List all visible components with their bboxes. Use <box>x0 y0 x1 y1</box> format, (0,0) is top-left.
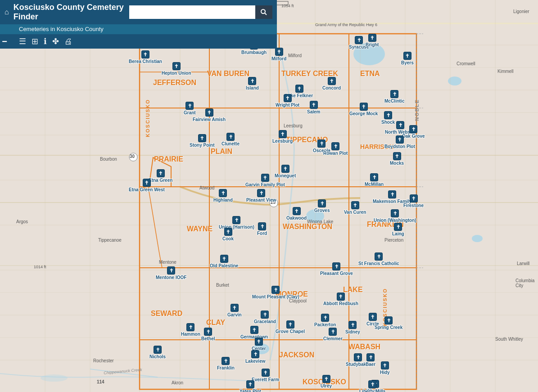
cemetery-baer[interactable]: ✝ Baer <box>366 353 375 367</box>
cemetery-hidy[interactable]: ✝ Hidy <box>380 361 390 375</box>
cemetery-berea-christian[interactable]: ✝ Berea Christian <box>129 50 162 64</box>
zoom-out-button[interactable]: − <box>0 37 9 46</box>
svg-point-50 <box>129 153 137 161</box>
svg-point-6 <box>41 374 68 382</box>
home-button[interactable]: ⌂ <box>5 8 9 16</box>
cemetery-lakeview[interactable]: ✝ Lakeview <box>245 350 265 364</box>
cemetery-mocks[interactable]: ✝ Mocks <box>390 152 404 166</box>
cemetery-groves[interactable]: ✝ Groves <box>314 199 330 213</box>
search-input[interactable] <box>129 5 255 19</box>
cemetery-garvin-family-plot[interactable]: ✝ Garvin Family Plot <box>245 174 285 187</box>
cemetery-graceland[interactable]: ✝ Graceland <box>254 311 276 324</box>
svg-line-53 <box>265 13 267 15</box>
svg-point-5 <box>472 235 483 242</box>
cemetery-ford[interactable]: ✝ Ford <box>257 222 267 236</box>
cemetery-island[interactable]: ✝ Island <box>246 77 259 90</box>
cemetery-concord[interactable]: ✝ Concord <box>322 77 341 90</box>
cemetery-milford[interactable]: ✝ Milford <box>271 48 286 61</box>
list-view-icon[interactable]: ☰ <box>19 36 26 46</box>
print-icon[interactable]: 🖨 <box>64 37 72 46</box>
cemetery-liberty-mills[interactable]: ✝ Liberty Mills <box>359 380 385 392</box>
cemetery-george-mock[interactable]: ✝ George Mock <box>349 103 378 116</box>
cemetery-grove-chapel[interactable]: ✝ Grove Chapel <box>276 320 305 334</box>
header-panel: ⌂ Kosciusko County Cemetery Finder Cemet… <box>0 0 277 49</box>
map-container: JEFFERSON VAN BUREN TURKEY CREEK ETNA PR… <box>0 0 538 392</box>
cemetery-clemmer[interactable]: ✝ Clemmer <box>323 328 343 341</box>
grid-view-icon[interactable]: ⊞ <box>32 36 38 46</box>
cemetery-hammon[interactable]: ✝ Hammon <box>181 323 200 337</box>
cemetery-st-francis[interactable]: ✝ St Francis Catholic <box>358 252 399 266</box>
cemetery-highland[interactable]: ✝ Highland <box>213 189 233 203</box>
subtitle: Cemeteries in Kosciusko County <box>19 26 104 32</box>
cemetery-clunette[interactable]: ✝ Clunette <box>222 133 240 146</box>
cemetery-fairview-amish[interactable]: ✝ Fairview Amish <box>193 108 226 122</box>
cemetery-bethel[interactable]: ✝ Bethel <box>201 328 215 341</box>
cemetery-mentone-ioof[interactable]: ✝ Mentone IOOF <box>156 266 186 280</box>
svg-point-52 <box>261 9 265 14</box>
app-title: Kosciusko County Cemetery Finder <box>14 3 125 22</box>
cemetery-mcclintic[interactable]: ✝ McClintic <box>384 90 404 104</box>
cemetery-laing[interactable]: ✝ Laing <box>392 223 404 236</box>
cemetery-yates-plot[interactable]: ✝ Yates Plot <box>240 380 261 392</box>
cemetery-firestone[interactable]: ✝ Firestone <box>403 194 424 208</box>
cemetery-bright[interactable]: ✝ Bright <box>366 34 379 47</box>
cemetery-spring-creek[interactable]: ✝ Spring Creek <box>375 316 402 330</box>
cemetery-union-washington[interactable]: ✝ Union (Washington) <box>374 209 416 223</box>
cemetery-pleasant-view[interactable]: ✝ Pleasant View <box>246 189 276 203</box>
cemetery-sidney[interactable]: ✝ Sidney <box>345 321 360 334</box>
cemetery-salem[interactable]: ✝ Salem <box>307 101 320 114</box>
cemetery-van-curen[interactable]: ✝ Van Curen <box>344 201 366 215</box>
cemetery-byers[interactable]: ✝ Byers <box>401 52 414 65</box>
cemetery-wright-plot[interactable]: ✝ Wright Plot <box>276 94 299 108</box>
search-container <box>129 5 272 19</box>
cemetery-franklin[interactable]: ✝ Franklin <box>217 357 235 370</box>
cemetery-stony-point[interactable]: ✝ Stony Point <box>190 134 215 148</box>
cemetery-etna-green-west[interactable]: ✝ Etna Green West <box>129 179 165 192</box>
label-kosciusko-1: KOSCIUSKO <box>145 99 150 137</box>
cemetery-rowan-plot[interactable]: ✝ Rowan Plot <box>323 142 348 156</box>
cemetery-nichols[interactable]: ✝ Nichols <box>149 346 166 359</box>
cemetery-oakwood[interactable]: ✝ Oakwood <box>286 207 307 221</box>
cemetery-abbott-redbush[interactable]: ✝ Abbott Redbush <box>323 293 358 306</box>
cemetery-ulrey[interactable]: ✝ Ulrey <box>321 375 332 388</box>
cemetery-mount-pleasant-clay[interactable]: ✝ Mount Pleasant (Clay) <box>252 286 299 299</box>
cemetery-mcmillan[interactable]: ✝ McMillan <box>365 173 384 187</box>
cemetery-leesburg[interactable]: ✝ Leesburg <box>272 130 293 144</box>
cemetery-packerton[interactable]: ✝ Packerton <box>314 314 336 327</box>
cemetery-garvin[interactable]: ✝ Garvin <box>227 304 242 317</box>
network-icon[interactable]: ✤ <box>52 36 59 46</box>
cemetery-center[interactable]: ✝ Center <box>252 338 266 351</box>
cemetery-old-palestine[interactable]: ✝ Old Palestine <box>210 255 238 268</box>
label-noble: NOBLE <box>414 99 420 121</box>
search-button[interactable] <box>255 5 272 19</box>
cemetery-pleasant-grove[interactable]: ✝ Pleasant Grove <box>320 262 353 276</box>
cemetery-hepton-union[interactable]: ✝ Hepton Union <box>162 62 191 76</box>
cemetery-cook[interactable]: ✝ Cook <box>222 228 234 241</box>
info-icon[interactable]: ℹ <box>44 36 47 46</box>
cemetery-boydston-plot[interactable]: ✝ Boydston Plot <box>384 135 415 149</box>
